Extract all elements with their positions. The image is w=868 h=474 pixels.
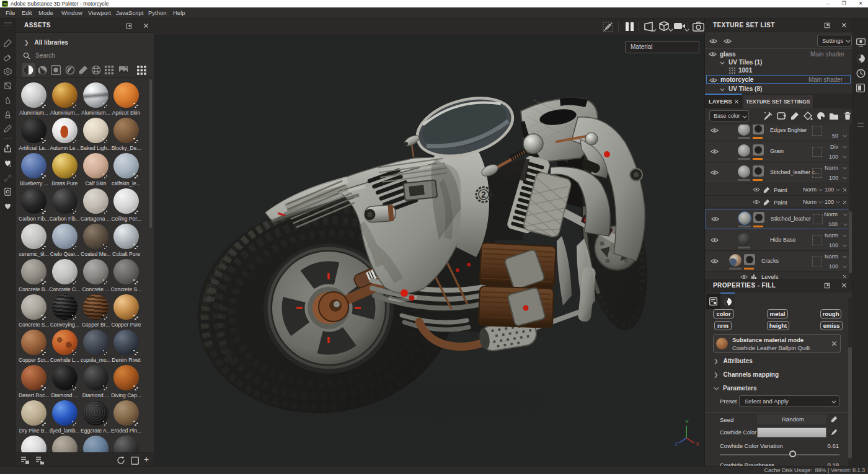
svg-text:Y: Y xyxy=(685,419,689,424)
svg-text:1: 1 xyxy=(9,164,11,167)
svg-text:X: X xyxy=(696,441,699,447)
svg-text:Z: Z xyxy=(675,441,678,447)
svg-text:2: 2 xyxy=(481,190,486,200)
